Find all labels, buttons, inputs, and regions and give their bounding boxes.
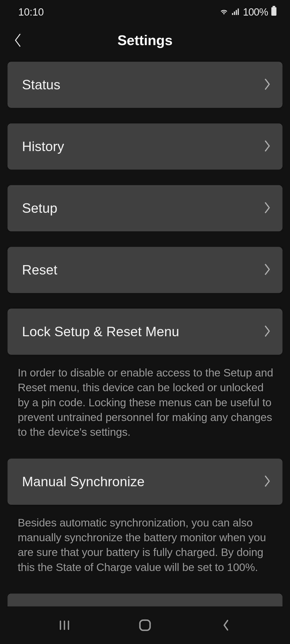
row-label: Status (22, 77, 60, 93)
svg-rect-2 (236, 10, 237, 15)
row-label: Manual Synchronize (22, 474, 145, 489)
recents-icon (58, 619, 71, 632)
row-label: Reset (22, 262, 57, 278)
battery-icon (271, 6, 277, 19)
wifi-icon (219, 6, 229, 18)
home-button[interactable] (134, 617, 156, 633)
lock-description: In order to disable or enable access to … (8, 365, 282, 440)
setup-row[interactable]: Setup (8, 185, 282, 231)
svg-rect-1 (234, 12, 235, 15)
clock-text: 10:10 (18, 6, 44, 18)
chevron-right-icon (264, 78, 272, 92)
chevron-right-icon (264, 263, 272, 277)
history-row[interactable]: History (8, 123, 282, 170)
back-button[interactable] (10, 32, 26, 48)
chevron-right-icon (264, 325, 272, 339)
svg-rect-0 (232, 13, 233, 15)
recents-button[interactable] (54, 617, 75, 633)
svg-rect-9 (140, 620, 150, 630)
home-icon (138, 618, 152, 632)
svg-rect-4 (273, 6, 275, 7)
status-row[interactable]: Status (8, 62, 282, 108)
manual-synchronize-row[interactable]: Manual Synchronize (8, 459, 282, 505)
chevron-left-icon (220, 619, 231, 632)
app-header: Settings (0, 24, 290, 56)
sync-description: Besides automatic synchronization, you c… (8, 515, 282, 575)
row-label: Setup (22, 200, 57, 216)
signal-icon (231, 6, 240, 18)
chevron-right-icon (264, 475, 272, 489)
chevron-right-icon (264, 140, 272, 153)
row-label: History (22, 139, 64, 154)
chevron-right-icon (264, 201, 272, 215)
settings-list: Status History Setup Reset Lock Setup & … (0, 56, 290, 616)
svg-rect-5 (271, 7, 277, 16)
row-label: Lock Setup & Reset Menu (22, 324, 179, 339)
svg-rect-3 (238, 8, 239, 15)
status-bar: 10:10 100% (0, 0, 290, 24)
chevron-left-icon (13, 33, 23, 48)
page-title: Settings (117, 32, 172, 48)
lock-setup-reset-row[interactable]: Lock Setup & Reset Menu (8, 309, 282, 355)
battery-text: 100% (243, 6, 268, 18)
reset-row[interactable]: Reset (8, 247, 282, 293)
status-icons: 100% (219, 6, 277, 19)
nav-back-button[interactable] (215, 617, 236, 633)
system-nav-bar (0, 606, 290, 644)
